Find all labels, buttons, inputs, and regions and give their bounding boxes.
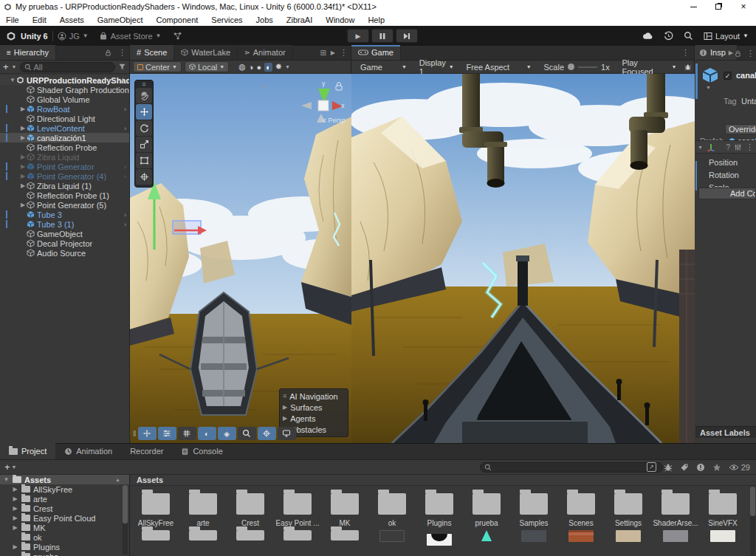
column-toggle-icon[interactable]: ▲ — [115, 477, 120, 482]
tree-item[interactable]: ▶Plugins — [0, 542, 129, 552]
hierarchy-item[interactable]: ▶RowBoat› — [0, 104, 129, 114]
move-overlay-button[interactable] — [138, 427, 157, 440]
asset-thumbnail[interactable] — [368, 530, 416, 542]
overlay-drag-handle[interactable]: ≡ — [263, 84, 267, 89]
search-by-label-icon[interactable] — [680, 463, 689, 472]
create-dropdown-icon[interactable]: ▼ — [12, 464, 17, 470]
render-mode-button[interactable]: ◐ — [198, 427, 216, 440]
hierarchy-item[interactable]: Decal Projector — [0, 238, 129, 248]
asset-folder[interactable]: ShaderArse... — [652, 493, 699, 527]
asset-folder[interactable]: AllSkyFree — [132, 493, 179, 527]
scale-slider[interactable]: Scale 1x — [538, 63, 616, 72]
projection-label[interactable]: < Persp — [323, 117, 346, 124]
tab-game[interactable]: Game — [351, 45, 401, 60]
hierarchy-item[interactable]: Tube 3 (1)› — [0, 219, 129, 229]
asset-folder[interactable]: Samples — [510, 493, 557, 527]
transform-component-header[interactable]: ▼ ? ⋮ — [695, 140, 756, 154]
menu-window[interactable]: Window — [326, 16, 354, 24]
tab-inspector[interactable]: Insp ▶ — [695, 45, 738, 60]
asset-folder[interactable]: ok — [368, 493, 416, 527]
search-by-type-icon[interactable]: ↗ — [647, 462, 656, 472]
rect-tool[interactable] — [136, 153, 152, 168]
view-hand-tool[interactable] — [136, 88, 152, 103]
hierarchy-item[interactable]: Tube 3› — [0, 210, 129, 219]
asset-folder[interactable]: prueba — [463, 493, 510, 527]
asset-folder[interactable]: Crest — [227, 493, 274, 527]
asset-folder[interactable]: arte — [179, 493, 227, 527]
asset-thumbnail[interactable] — [652, 530, 699, 542]
asset-folder[interactable]: MK — [321, 493, 368, 527]
undo-history-icon[interactable] — [664, 31, 673, 41]
rotate-tool[interactable] — [136, 120, 152, 136]
hierarchy-item[interactable]: Directional Light — [0, 114, 129, 123]
hierarchy-item[interactable]: Shader Graph Production — [0, 85, 129, 95]
object-name-field[interactable]: canalización1 — [736, 71, 756, 80]
search-overlay-button[interactable] — [238, 427, 256, 440]
active-checkbox[interactable]: ✓ — [724, 72, 732, 80]
foldout-icon[interactable]: ▼ — [698, 145, 703, 150]
game-viewport[interactable] — [351, 74, 695, 443]
tab-animation[interactable]: Animation — [55, 443, 121, 459]
menu-jobs[interactable]: Jobs — [256, 16, 273, 24]
overlay-drag-handle[interactable]: ≡ — [136, 82, 152, 87]
help-icon[interactable]: ? — [726, 143, 730, 151]
play-button[interactable]: ▶ — [347, 29, 369, 43]
scale-tool[interactable] — [136, 137, 152, 152]
tool-handle-rotation-dropdown[interactable]: Local▼ — [185, 61, 229, 72]
tab-recorder[interactable]: Recorder — [121, 443, 172, 459]
step-button[interactable] — [396, 29, 418, 43]
overlay-drag-handle[interactable]: ‖ — [133, 431, 137, 436]
add-component-button[interactable]: Add Component — [698, 188, 756, 199]
tab-animator[interactable]: ⋗Animator — [238, 45, 293, 60]
add-tab-icon[interactable]: ⊞ — [320, 49, 326, 57]
minimize-button[interactable] — [681, 0, 706, 13]
kebab-menu-icon[interactable]: ⋮ — [340, 48, 348, 58]
transform-tool[interactable] — [136, 169, 152, 185]
tab-scene[interactable]: #Scene — [130, 45, 174, 60]
gizmos-button[interactable]: ◈ — [218, 427, 236, 440]
stats-bug-icon[interactable] — [684, 63, 691, 72]
asset-folder[interactable] — [321, 530, 368, 540]
tab-scroll-icon[interactable]: ▶ — [729, 49, 733, 56]
pause-button[interactable] — [371, 29, 394, 43]
create-add-button[interactable]: + — [4, 461, 10, 473]
hierarchy-item[interactable]: GameObject — [0, 229, 129, 238]
move-tool[interactable] — [136, 104, 152, 120]
hierarchy-item[interactable]: Global Volume — [0, 95, 129, 104]
hidden-packages-toggle[interactable]: 29 — [729, 463, 750, 472]
kebab-menu-icon[interactable]: ⋮ — [746, 49, 755, 58]
menu-assets[interactable]: Assets — [60, 16, 84, 24]
asset-thumbnail[interactable] — [510, 530, 557, 542]
search-icon[interactable] — [684, 31, 693, 41]
menu-edit[interactable]: Edit — [32, 16, 47, 24]
slider-knob[interactable] — [568, 64, 574, 70]
scene-viewport[interactable]: ≡ ≡ y x — [130, 74, 351, 443]
asset-labels-header[interactable]: Asset Labels — [700, 428, 750, 437]
hierarchy-item[interactable]: ▶Point Generator› — [0, 162, 129, 171]
tool-handle-pivot-dropdown[interactable]: Center▼ — [133, 61, 182, 72]
menu-component[interactable]: Component — [156, 16, 198, 24]
asset-thumbnail[interactable] — [416, 530, 463, 546]
menu-services[interactable]: Services — [211, 16, 242, 24]
breadcrumb[interactable]: Assets — [137, 476, 163, 484]
flare-toggle-icon[interactable]: ✸ — [275, 62, 282, 72]
menu-file[interactable]: File — [6, 16, 19, 24]
lock-icon[interactable] — [734, 49, 742, 58]
tag-dropdown[interactable]: Untagged — [741, 97, 756, 106]
tree-assets-root[interactable]: ▼ Assets ▲ — [0, 475, 129, 484]
menu-help[interactable]: Help — [368, 16, 385, 24]
asset-folder[interactable] — [227, 530, 274, 540]
asset-thumbnail[interactable] — [699, 530, 746, 542]
play-focused-dropdown[interactable]: Play Focused▼ — [616, 58, 682, 76]
position-row[interactable]: Position — [709, 157, 739, 169]
hierarchy-item[interactable]: ▶Point Generator (5) — [0, 200, 129, 210]
tree-item[interactable]: ▶MK — [0, 523, 129, 532]
asset-folder[interactable] — [274, 530, 321, 540]
hierarchy-item[interactable]: Reflection Probe — [0, 143, 129, 152]
tools-overlay-button[interactable] — [258, 427, 276, 440]
shaded-mode-icon[interactable]: ◍ — [238, 62, 246, 72]
search-by-bundle-icon[interactable] — [664, 463, 673, 472]
create-add-button[interactable]: + — [3, 64, 9, 71]
asset-thumbnail[interactable] — [557, 530, 605, 542]
tab-hierarchy[interactable]: ≡ Hierarchy — [0, 45, 56, 60]
